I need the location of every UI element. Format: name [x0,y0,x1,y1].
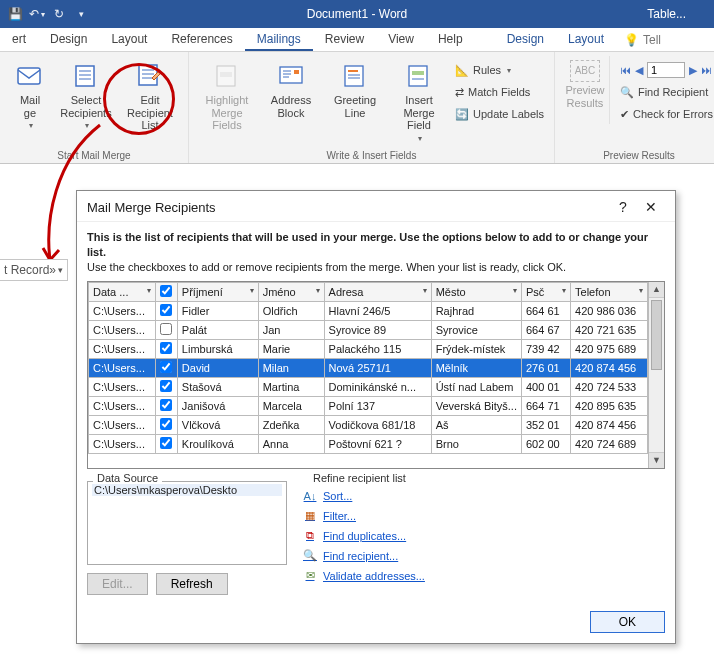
col-prijmeni[interactable]: Příjmení▾ [177,282,258,301]
update-labels-button[interactable]: 🔄 Update Labels [451,104,548,124]
last-record-icon[interactable]: ⏭ [701,64,712,76]
greeting-line-label: Greeting Line [334,94,376,119]
refresh-button[interactable]: Refresh [156,573,228,595]
mail-merge-recipients-dialog: Mail Merge Recipients ? ✕ This is the li… [76,190,676,644]
table-row[interactable]: C:\Users...DavidMilanNová 2571/1Mělník27… [89,358,648,377]
data-source-item[interactable]: C:\Users\mkasperova\Deskto [92,484,282,496]
table-row[interactable]: C:\Users...StašováMartinaDominikánské n.… [89,377,648,396]
tab-table-design[interactable]: Design [495,28,556,51]
filter-link[interactable]: ▦Filter... [303,509,665,523]
check-errors-icon: ✔ [620,108,629,121]
sort-link[interactable]: A↓Sort... [303,489,665,503]
greeting-line-button[interactable]: Greeting Line [323,56,387,121]
highlight-merge-fields-button[interactable]: Highlight Merge Fields [195,56,259,134]
grid-header-row: Data ...▾ Příjmení▾ Jméno▾ Adresa▾ Město… [89,282,648,301]
refine-label: Refine recipient list [309,472,410,484]
select-recipients-icon [70,60,102,92]
grid-scrollbar[interactable]: ▲ ▼ [648,282,664,468]
col-data-source[interactable]: Data ...▾ [89,282,156,301]
tab-layout[interactable]: Layout [99,28,159,51]
tab-help[interactable]: Help [426,28,475,51]
row-checkbox[interactable] [160,418,172,430]
prev-record-icon[interactable]: ◀ [635,64,643,77]
redo-icon[interactable]: ↻ [50,5,68,23]
window-title: Document1 - Word [307,7,407,21]
row-checkbox[interactable] [160,342,172,354]
group-preview-results: ABC Preview Results ⏮ ◀ ▶ ⏭ 🔍 Find Recip… [555,52,714,163]
dialog-titlebar: Mail Merge Recipients ? ✕ [77,191,675,222]
find-duplicates-link[interactable]: ⧉Find duplicates... [303,529,665,543]
table-row[interactable]: C:\Users...LimburskáMariePalackého 115Fr… [89,339,648,358]
header-checkbox[interactable] [160,285,172,297]
address-block-button[interactable]: Address Block [259,56,323,121]
quick-access-toolbar: 💾 ↶▾ ↻ ▾ [0,5,90,23]
scroll-thumb[interactable] [651,300,662,370]
svg-rect-0 [18,68,40,84]
insert-merge-field-button[interactable]: Insert Merge Field ▾ [387,56,451,145]
dialog-instructions-bold: This is the list of recipients that will… [87,231,648,258]
select-recipients-button[interactable]: Select Recipients ▾ [54,56,118,132]
start-mail-merge-button[interactable]: Mail ge ▾ [6,56,54,132]
table-row[interactable]: C:\Users...JanišováMarcelaPolní 137Vever… [89,396,648,415]
table-row[interactable]: C:\Users...VlčkováZdeňkaVodičkova 681/18… [89,415,648,434]
tell-me[interactable]: 💡 Tell [616,28,669,51]
table-row[interactable]: C:\Users...FidlerOldřichHlavní 246/5Rajh… [89,301,648,320]
tab-design[interactable]: Design [38,28,99,51]
row-checkbox[interactable] [160,361,172,373]
scroll-up-icon[interactable]: ▲ [649,282,664,298]
svg-rect-10 [220,72,232,77]
chevron-down-icon: ▾ [27,121,33,130]
prev-record-label: t Record» [4,263,56,277]
validate-addresses-link[interactable]: ✉Validate addresses... [303,569,665,583]
first-record-icon[interactable]: ⏮ [620,64,631,76]
tab-references[interactable]: References [159,28,244,51]
help-button[interactable]: ? [609,199,637,215]
table-row[interactable]: C:\Users...PalátJanSyrovice 89Syrovice66… [89,320,648,339]
next-record-icon[interactable]: ▶ [689,64,697,77]
col-mesto[interactable]: Město▾ [431,282,521,301]
col-jmeno[interactable]: Jméno▾ [258,282,324,301]
svg-rect-11 [280,67,302,83]
row-checkbox[interactable] [160,437,172,449]
data-source-label: Data Source [93,472,162,484]
recipients-grid: Data ...▾ Příjmení▾ Jméno▾ Adresa▾ Město… [87,281,665,469]
context-tab-group-label: Table... [639,7,694,21]
dialog-instructions: This is the list of recipients that will… [87,230,665,275]
match-fields-button[interactable]: ⇄ Match Fields [451,82,548,102]
record-number-input[interactable] [647,62,685,78]
tab-table-layout[interactable]: Layout [556,28,616,51]
previous-record-fragment[interactable]: t Record» ▾ [0,259,68,281]
undo-icon[interactable]: ↶▾ [28,5,46,23]
tab-insert-partial[interactable]: ert [0,28,38,51]
col-adresa[interactable]: Adresa▾ [324,282,431,301]
rules-label: Rules [473,64,501,76]
row-checkbox[interactable] [160,399,172,411]
edit-data-source-button[interactable]: Edit... [87,573,148,595]
title-bar: 💾 ↶▾ ↻ ▾ Document1 - Word Table... [0,0,714,28]
rules-button[interactable]: 📐 Rules ▾ [451,60,548,80]
greeting-line-icon [339,60,371,92]
find-recipient-button[interactable]: 🔍 Find Recipient [616,82,714,102]
table-row[interactable]: C:\Users...KroulíkováAnnaPoštovní 621 ?B… [89,434,648,453]
edit-recipient-list-label: Edit Recipient List [120,94,180,132]
sort-icon: A↓ [303,489,317,503]
find-recipient-link[interactable]: 🔍Find recipient... [303,549,665,563]
tab-view[interactable]: View [376,28,426,51]
row-checkbox[interactable] [160,304,172,316]
row-checkbox[interactable] [160,380,172,392]
col-include-all[interactable] [156,282,178,301]
scroll-down-icon[interactable]: ▼ [649,452,664,468]
col-psc[interactable]: Psč▾ [521,282,570,301]
save-icon[interactable]: 💾 [6,5,24,23]
preview-results-button[interactable]: ABC Preview Results [561,56,609,111]
row-checkbox[interactable] [160,323,172,335]
tab-review[interactable]: Review [313,28,376,51]
close-button[interactable]: ✕ [637,199,665,215]
col-telefon[interactable]: Telefon▾ [571,282,648,301]
edit-recipient-list-button[interactable]: Edit Recipient List [118,56,182,134]
check-errors-button[interactable]: ✔ Check for Errors [616,104,714,124]
tab-mailings[interactable]: Mailings [245,28,313,51]
ok-button[interactable]: OK [590,611,665,633]
qat-customize-icon[interactable]: ▾ [72,5,90,23]
data-source-list[interactable]: C:\Users\mkasperova\Deskto [87,481,287,565]
